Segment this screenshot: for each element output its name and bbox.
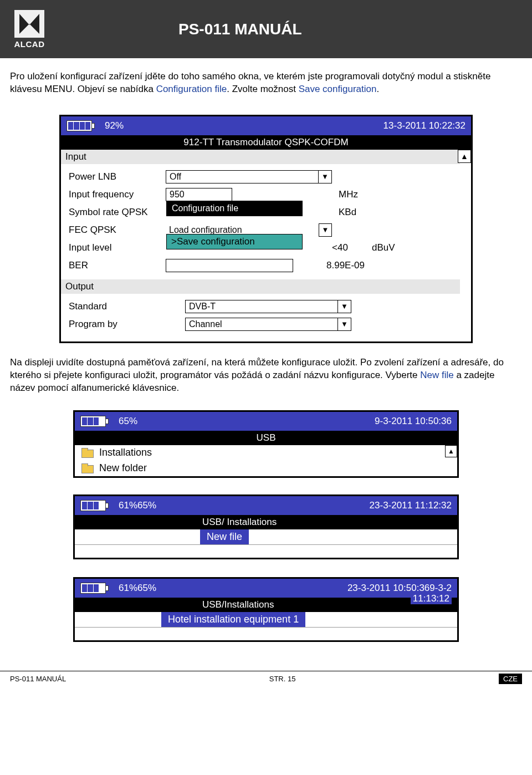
dropdown-button[interactable]: ▼: [338, 318, 351, 331]
status-bar: 92% 13-3-2011 10:22:32: [61, 116, 471, 135]
footer-left: PS-011 MANUÁL: [10, 675, 66, 683]
text-highlight: Save configuration: [299, 84, 377, 94]
list-area: New file: [75, 529, 457, 544]
row-standard: Standard DVB-T ▼: [69, 298, 452, 315]
value-ber: 8.99E-09: [326, 260, 365, 271]
status-datetime-1: 23-3-2011 10:50:369-3-2: [347, 583, 452, 594]
scroll-up-button[interactable]: ▲: [445, 445, 457, 457]
device-screen-usb-filename: 61%65% 23-3-2011 10:50:369-3-2 USB/Insta…: [73, 577, 459, 642]
empty-row: [75, 544, 457, 558]
page-footer: PS-011 MANUÁL STR. 15 CZE: [0, 671, 532, 691]
status-datetime: 13-3-2011 10:22:32: [383, 120, 466, 131]
field-standard[interactable]: DVB-T: [185, 300, 338, 313]
status-bar: 65% 9-3-2011 10:50:36: [75, 412, 457, 431]
value-input-level: <40: [332, 242, 365, 253]
folder-icon: [81, 448, 94, 457]
menu-popup-title: Configuration file: [166, 201, 303, 216]
status-bar: 61%65% 23-3-2011 10:50:369-3-2: [75, 579, 457, 598]
label-input-level: Input level: [69, 242, 166, 253]
folder-label: Installations: [99, 447, 152, 458]
field-program-by[interactable]: Channel: [185, 318, 338, 331]
unit-kbd: KBd: [339, 207, 356, 218]
device-title-bar: 912-TT Transmodulator QSPK-COFDM: [61, 135, 471, 150]
status-datetime-2: 11:13:12: [411, 593, 452, 604]
label-standard: Standard: [69, 301, 185, 312]
device-screen-usb-installations: 61%65% 23-3-2011 11:12:32 USB/ Installat…: [73, 494, 459, 559]
page-title: PS-011 MANUÁL: [178, 21, 301, 38]
section-header-output: Output: [61, 279, 460, 294]
label-input-frequency: Input frequency: [69, 189, 166, 200]
empty-row: [75, 627, 457, 640]
folder-label: New folder: [99, 462, 147, 474]
menu-option-save-configuration[interactable]: >Save configuration: [166, 234, 303, 249]
status-bar: 61%65% 23-3-2011 11:12:32: [75, 496, 457, 515]
status-datetime: 9-3-2011 10:50:36: [375, 416, 452, 427]
path-bar: USB/ Installations: [75, 515, 457, 529]
text: . Zvolte možnost: [227, 84, 298, 94]
label-program-by: Program by: [69, 319, 185, 330]
folder-item[interactable]: New folder: [75, 461, 457, 476]
battery-icon: [80, 500, 109, 511]
battery-icon: [80, 416, 109, 427]
row-program-by: Program by Channel ▼: [69, 316, 452, 333]
dropdown-button[interactable]: ▼: [319, 170, 332, 183]
path-text: USB/ Installations: [202, 517, 277, 528]
battery-percent: 61%65%: [119, 583, 156, 594]
alcad-logo-icon: [14, 10, 44, 38]
brand-name: ALCAD: [14, 39, 45, 49]
label-power-lnb: Power LNB: [69, 171, 166, 182]
row-ber: BER 8.99E-09: [69, 257, 452, 274]
list-area: Hotel installation equipment 1: [75, 612, 457, 627]
text: .: [376, 84, 379, 94]
battery-percent: 65%: [119, 416, 137, 427]
dropdown-button[interactable]: ▼: [319, 223, 332, 237]
folder-item[interactable]: Installations: [75, 445, 457, 461]
intro-paragraph: Pro uložení konfigurací zařízení jděte d…: [10, 70, 522, 96]
unit-dbuv: dBuV: [372, 242, 395, 253]
dropdown-button[interactable]: ▼: [338, 300, 351, 313]
folder-icon: [81, 464, 94, 473]
device-screen-config: 92% 13-3-2011 10:22:32 912-TT Transmodul…: [59, 115, 473, 343]
field-input-frequency[interactable]: 950: [166, 188, 232, 201]
path-text: USB/Installations: [202, 599, 274, 610]
label-ber: BER: [69, 260, 166, 271]
path-bar: USB/Installations 11:13:12: [75, 598, 457, 612]
battery-icon: [66, 120, 95, 131]
folder-list: ▲ Installations New folder: [75, 445, 457, 476]
text-highlight: Configuration file: [156, 84, 227, 94]
footer-right: CZE: [499, 674, 522, 684]
field-ber[interactable]: [166, 259, 293, 272]
brand-logo: ALCAD: [8, 10, 51, 49]
battery-percent: 61%65%: [119, 500, 156, 511]
label-symbol-rate: Symbol rate QPSK: [69, 207, 166, 218]
footer-center: STR. 15: [269, 675, 296, 683]
device-screen-usb-root: 65% 9-3-2011 10:50:36 USB ▲ Installation…: [73, 410, 459, 478]
section-header-input: Input: [61, 150, 460, 164]
battery-icon: [80, 583, 109, 594]
paragraph-2: Na displeji uvidíte dostupná paměťová za…: [10, 356, 522, 395]
selected-item-new-file[interactable]: New file: [200, 529, 249, 544]
scroll-up-button[interactable]: ▲: [458, 150, 471, 163]
status-datetime: 23-3-2011 11:12:32: [370, 500, 452, 511]
label-fec: FEC QPSK: [69, 225, 166, 236]
battery-percent: 92%: [105, 120, 124, 131]
unit-mhz: MHz: [339, 189, 358, 200]
field-power-lnb[interactable]: Off: [166, 170, 319, 183]
path-bar: USB: [75, 431, 457, 445]
selected-filename[interactable]: Hotel installation equipment 1: [161, 612, 305, 627]
row-power-lnb: Power LNB Off ▼: [69, 169, 452, 185]
page-header: ALCAD PS-011 MANUÁL: [0, 0, 532, 58]
text-highlight: New file: [420, 370, 453, 380]
